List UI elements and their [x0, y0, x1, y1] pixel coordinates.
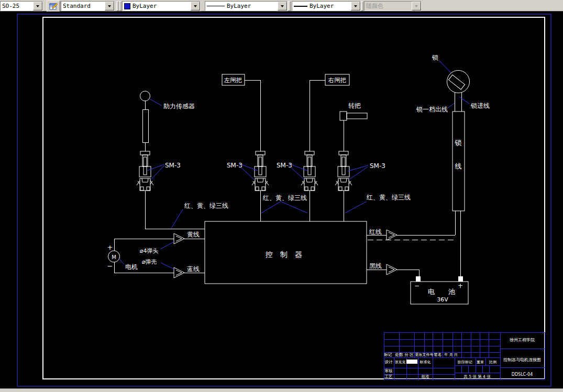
- battery-symbol: − + 电 池 36V: [411, 276, 468, 304]
- tb-code: DDSLC-04: [512, 372, 533, 377]
- toolbar-grip[interactable]: [119, 1, 122, 11]
- sm3-connector-1: [137, 151, 153, 191]
- tb-process: 工艺: [385, 374, 393, 379]
- tb-mark: 标记: [384, 352, 393, 357]
- styles-properties-toolbar: SO-25 Standard ByLayer: [0, 0, 563, 12]
- tb-review: 审核: [385, 368, 393, 373]
- text-style-dropdown-button[interactable]: [105, 2, 114, 10]
- tb-designer: 张克克: [395, 360, 406, 364]
- keyhole: [448, 75, 465, 89]
- bullet-connector-yellow: [174, 233, 184, 244]
- lock-wire-label-1: 锁: [455, 139, 462, 147]
- linetype-sample-icon: [207, 6, 225, 6]
- plot-style-dropdown-button: [412, 2, 421, 10]
- bullet-connector-black: [387, 264, 397, 275]
- sm3-label-2: SM-3: [227, 162, 242, 169]
- throttle-symbol: 转把: [340, 102, 367, 120]
- sm3-connector-3: [301, 151, 318, 191]
- left-brake-box: 左闸把: [222, 74, 245, 85]
- chevron-down-icon: [354, 5, 357, 9]
- tb-design: 设计: [385, 360, 393, 364]
- lineweight-dropdown-button[interactable]: [351, 2, 360, 10]
- yellow-wire-label: 黄线: [187, 231, 200, 238]
- linetype-combo[interactable]: ByLayer: [205, 1, 288, 11]
- tb-scale: 比例: [489, 360, 496, 364]
- battery-label: 电 池: [428, 288, 455, 296]
- right-brake-box: 右闸把: [325, 74, 349, 85]
- tb-standardize: 标准化: [420, 360, 431, 364]
- black-wire-label: 黑线: [369, 262, 382, 270]
- linetype-dropdown-button[interactable]: [278, 2, 287, 10]
- bullet-connector-blue: [174, 267, 184, 278]
- battery-minus: −: [414, 282, 420, 289]
- throttle-label: 转把: [348, 102, 361, 109]
- text-style-value: Standard: [61, 2, 105, 10]
- motor-plus: +: [107, 243, 113, 251]
- tb-sign: 签名: [434, 352, 442, 357]
- sm3-label-1: SM-3: [165, 162, 181, 169]
- tb-school: 徐州工程学院: [510, 338, 535, 342]
- chevron-down-icon: [281, 5, 284, 9]
- lock-wire-label-2: 线: [455, 162, 462, 170]
- right-brake-label: 右闸把: [328, 76, 347, 84]
- motor-m-label: M: [112, 254, 116, 260]
- lock-out-label: 锁一档出线: [416, 106, 448, 113]
- battery-terminal-neg: [416, 276, 421, 282]
- toolbar-grip[interactable]: [361, 1, 363, 11]
- lineweight-combo[interactable]: ByLayer: [292, 1, 361, 11]
- bullet-shell-label: ⌀弹壳: [142, 259, 157, 265]
- bullet-head-label: ⌀4弹头: [140, 248, 159, 254]
- chevron-down-icon: [36, 5, 39, 9]
- assist-sensor-symbol: [140, 91, 150, 101]
- dim-style-value: SO-25: [1, 2, 33, 10]
- color-value: ByLayer: [133, 2, 157, 10]
- assist-sensor-label: 助力传感器: [163, 103, 195, 110]
- battery-voltage: 36V: [437, 296, 448, 303]
- tb-sheets: 共 5 张 第 4 张: [463, 374, 491, 379]
- sm3-connector-2: [252, 151, 269, 191]
- lock-label: 锁: [432, 54, 438, 61]
- blue-wire-label: 蓝线: [187, 265, 200, 273]
- linetype-value: ByLayer: [227, 2, 251, 10]
- tb-date: 年 月 日: [444, 353, 457, 357]
- rgb-wires-label-2: 红、黄、绿三线: [262, 194, 307, 201]
- color-dropdown-button[interactable]: [191, 2, 200, 10]
- tb-zone: 分 区: [404, 352, 414, 357]
- motor-label: 电机: [125, 263, 138, 271]
- tb-stage: 阶段标记: [458, 360, 472, 364]
- rgb-wires-label-1: 红、黄、绿三线: [184, 202, 228, 209]
- tb-weight: 重量: [477, 360, 484, 364]
- color-combo[interactable]: ByLayer: [122, 1, 201, 11]
- chevron-down-icon: [108, 5, 111, 9]
- lineweight-value: ByLayer: [310, 2, 334, 10]
- toolbar-grip[interactable]: [288, 1, 291, 11]
- sm3-label-4: SM-3: [370, 162, 385, 170]
- sm3-label-3: SM-3: [277, 162, 292, 169]
- controller-box: 控 制 器: [205, 221, 367, 284]
- text-style-manager-icon: [49, 2, 58, 10]
- drawing-canvas[interactable]: 左闸把 右闸把 转把 锁 线 控 制 器: [0, 12, 563, 388]
- battery-terminal-pos: [458, 276, 463, 282]
- drawing-viewport[interactable]: 左闸把 右闸把 转把 锁 线 控 制 器: [0, 12, 563, 388]
- highlight-box: [406, 360, 417, 364]
- tb-approve: 批准: [422, 374, 430, 379]
- chevron-down-icon: [415, 5, 418, 9]
- tb-count: 处数: [395, 352, 404, 357]
- plot-style-value: 随颜色: [365, 2, 412, 10]
- dim-style-dropdown-button[interactable]: [33, 2, 42, 10]
- battery-plus: +: [458, 282, 463, 289]
- lock-symbol: 锁 线: [447, 71, 470, 211]
- text-style-combo[interactable]: Standard: [61, 1, 115, 11]
- lineweight-sample-icon: [294, 6, 307, 7]
- rgb-wires-label-3: 红、黄、绿三线: [366, 194, 411, 201]
- title-block: 标记 处数 分 区 更改文件号 签名 年 月 日 设计 张克克 标准化 审核 工…: [384, 332, 545, 379]
- lock-in-label: 锁进线: [470, 102, 490, 109]
- plot-style-combo: 随颜色: [364, 1, 422, 11]
- motor-symbol: M + −: [107, 243, 120, 270]
- style-manager-button[interactable]: [47, 1, 60, 12]
- tb-file: 更改文件号: [415, 352, 434, 357]
- autocad-window: SO-25 Standard ByLayer: [0, 0, 563, 392]
- left-brake-label: 左闸把: [224, 76, 242, 84]
- dim-style-combo[interactable]: SO-25: [0, 1, 43, 11]
- layout-tab-bar: ∕ 布局2 ∕: [0, 388, 563, 392]
